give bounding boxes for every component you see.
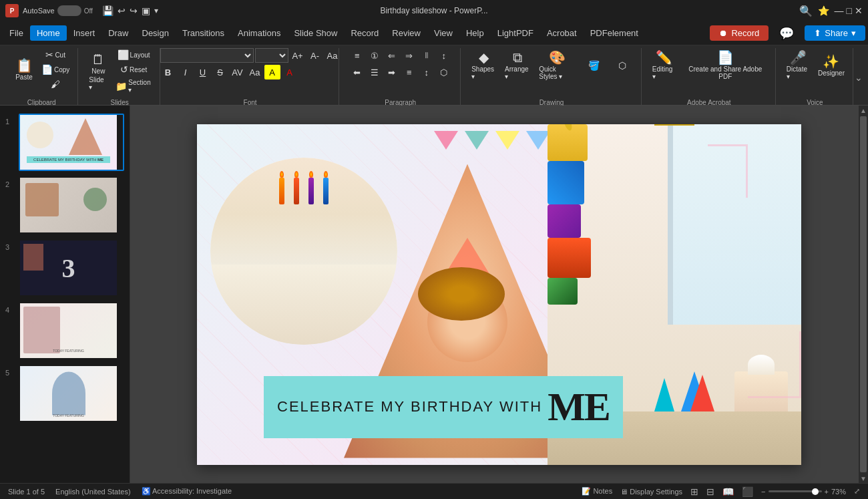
justify-button[interactable]: ≡ — [401, 65, 417, 79]
bullets-button[interactable]: ≡ — [349, 48, 365, 63]
menu-animations[interactable]: Animations — [231, 25, 287, 41]
slide-thumb-5: TODAY FEATURING — [20, 366, 117, 421]
font-decrease-button[interactable]: A- — [307, 48, 323, 63]
text-highlight-button[interactable]: A — [264, 65, 280, 79]
scroll-thumb[interactable] — [860, 116, 867, 472]
ribbon-icon[interactable]: ⭐ — [818, 5, 829, 16]
menu-lightpdf[interactable]: LightPDF — [491, 25, 540, 41]
menu-file[interactable]: File — [3, 25, 30, 41]
menu-transitions[interactable]: Transitions — [176, 25, 231, 41]
view-normal-button[interactable]: ⊞ — [690, 486, 698, 497]
vertical-scrollbar[interactable]: ▲ ▼ — [859, 106, 868, 483]
char-spacing-button[interactable]: AV — [230, 65, 246, 79]
reset-button[interactable]: ↺ Reset — [113, 63, 154, 76]
clear-format-button[interactable]: Aa — [324, 48, 341, 63]
new-slide-button[interactable]: 🗒 New Slide ▾ — [85, 50, 112, 94]
format-painter-button[interactable]: 🖌 — [39, 77, 72, 91]
view-presenter-button[interactable]: ⬛ — [742, 486, 753, 497]
maximize-button[interactable]: □ — [847, 5, 852, 16]
chat-button[interactable]: 💬 — [774, 23, 799, 43]
record-button[interactable]: ⏺ Record — [710, 25, 769, 41]
window-controls[interactable]: — □ ✕ — [835, 5, 863, 16]
font-increase-button[interactable]: A+ — [290, 48, 306, 63]
fit-to-window-button[interactable]: ⤢ — [854, 487, 860, 496]
quick-styles-button[interactable]: 🎨 Quick Styles ▾ — [535, 48, 579, 83]
slide-canvas[interactable]: CELEBRATE MY BIRTHDAY WITH ME — [197, 124, 801, 465]
menu-view[interactable]: View — [427, 25, 459, 41]
create-pdf-button[interactable]: 📄 Create and Share Adobe PDF — [681, 48, 770, 83]
section-button[interactable]: 📁 Section ▾ — [113, 77, 154, 95]
save-icon[interactable]: 💾 — [102, 5, 114, 16]
menu-design[interactable]: Design — [136, 25, 176, 41]
notes-button[interactable]: 📝 Notes — [582, 487, 612, 496]
redo-icon[interactable]: ↪ — [130, 5, 138, 16]
slide-item-5[interactable]: 5 TODAY FEATURING — [0, 362, 130, 425]
birthday-banner[interactable]: CELEBRATE MY BIRTHDAY WITH ME — [264, 376, 768, 438]
menu-slideshow[interactable]: Slide Show — [287, 25, 344, 41]
align-center-button[interactable]: ☰ — [367, 65, 383, 79]
slide-thumb-1: CELEBRATE MY BIRTHDAY WITH ME — [20, 115, 117, 170]
menu-pdfelement[interactable]: PDFelement — [584, 25, 645, 41]
columns-button[interactable]: ⫴ — [419, 48, 435, 63]
zoom-in-button[interactable]: + — [825, 488, 829, 496]
zoom-control[interactable]: − + 73% — [761, 488, 846, 496]
outdent-button[interactable]: ⇐ — [384, 48, 400, 63]
slide-item-3[interactable]: 3 3 — [0, 236, 130, 299]
change-case-button[interactable]: Aa — [247, 65, 263, 79]
menu-record[interactable]: Record — [344, 25, 385, 41]
share-button[interactable]: ⬆ Share ▾ — [805, 25, 865, 41]
bold-button[interactable]: B — [160, 65, 176, 79]
indent-button[interactable]: ⇒ — [401, 48, 417, 63]
layout-button[interactable]: ⬜ Layout — [113, 48, 154, 61]
cut-button[interactable]: ✂ Cut — [39, 48, 72, 61]
strikethrough-button[interactable]: S — [212, 65, 228, 79]
autosave-toggle[interactable] — [57, 5, 81, 16]
menu-review[interactable]: Review — [385, 25, 427, 41]
underline-button[interactable]: U — [195, 65, 211, 79]
paste-button[interactable]: 📋 Paste — [11, 56, 37, 84]
search-icon[interactable]: 🔍 — [799, 5, 813, 17]
zoom-out-button[interactable]: − — [761, 488, 765, 496]
zoom-slider[interactable] — [769, 490, 822, 492]
minimize-button[interactable]: — — [835, 5, 844, 16]
font-label: Font — [244, 96, 257, 106]
customize-icon[interactable]: ▾ — [154, 6, 158, 15]
dictate-button[interactable]: 🎤 Dictate ▾ — [783, 48, 814, 83]
font-name-select[interactable] — [160, 48, 254, 63]
scroll-down-button[interactable]: ▼ — [859, 474, 868, 483]
designer-button[interactable]: ✨ Designer — [815, 52, 847, 79]
editing-button[interactable]: ✏️ Editing ▾ — [648, 48, 680, 83]
display-settings-button[interactable]: 🖥 Display Settings — [620, 488, 682, 496]
ribbon-expand[interactable]: ⌄ — [855, 48, 863, 106]
shape-fill-button[interactable]: 🪣 — [581, 57, 608, 73]
menu-help[interactable]: Help — [459, 25, 491, 41]
smartart-button[interactable]: ⬡ — [436, 65, 452, 79]
menu-draw[interactable]: Draw — [101, 25, 135, 41]
present-icon[interactable]: ▣ — [142, 5, 150, 16]
line-spacing-button[interactable]: ↕ — [419, 65, 435, 79]
undo-icon[interactable]: ↩ — [118, 5, 126, 16]
font-color-button[interactable]: A — [282, 65, 298, 79]
italic-button[interactable]: I — [178, 65, 194, 79]
slide-thumb-wrap-2 — [19, 176, 124, 234]
menu-insert[interactable]: Insert — [67, 25, 102, 41]
view-sorter-button[interactable]: ⊟ — [706, 486, 714, 497]
align-left-button[interactable]: ⬅ — [349, 65, 365, 79]
align-right-button[interactable]: ➡ — [384, 65, 400, 79]
font-size-select[interactable] — [255, 48, 288, 63]
autosave-control[interactable]: AutoSave Off — [23, 5, 93, 16]
menu-acrobat[interactable]: Acrobat — [540, 25, 584, 41]
shapes-button[interactable]: ◆ Shapes ▾ — [467, 48, 499, 83]
shape-outline-button[interactable]: ⬡ — [609, 57, 636, 73]
text-direction-button[interactable]: ↕ — [436, 48, 452, 63]
slide-item-1[interactable]: 1 CELEBRATE MY BIRTHDAY WITH ME — [0, 111, 130, 174]
close-button[interactable]: ✕ — [855, 5, 863, 16]
arrange-button[interactable]: ⧉ Arrange ▾ — [501, 48, 533, 83]
slide-item-2[interactable]: 2 — [0, 174, 130, 236]
scroll-up-button[interactable]: ▲ — [859, 106, 868, 115]
numbering-button[interactable]: ① — [367, 48, 383, 63]
view-reading-button[interactable]: 📖 — [722, 486, 734, 497]
copy-button[interactable]: 📄 Copy — [39, 63, 72, 76]
slide-item-4[interactable]: 4 TODAY FEATURING — [0, 299, 130, 362]
menu-home[interactable]: Home — [30, 25, 67, 41]
